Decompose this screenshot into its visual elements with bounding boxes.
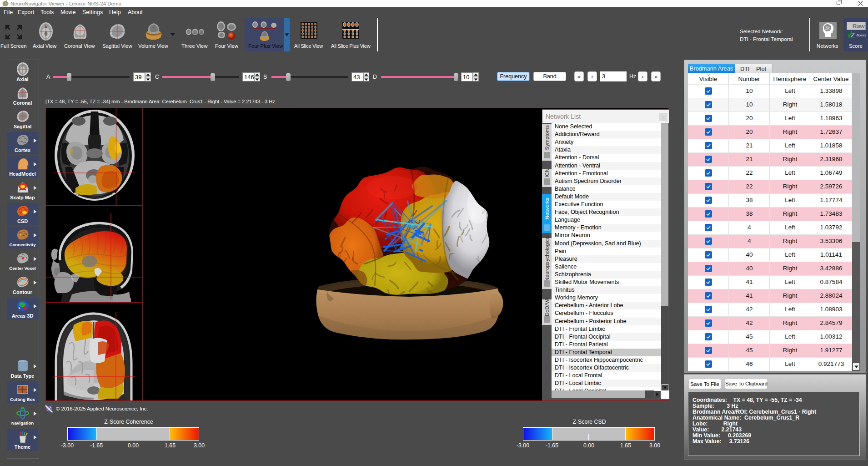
svg-text:Z: Z xyxy=(851,31,855,39)
svg-text:Sx: Sx xyxy=(825,25,830,30)
svg-text:-Scores: -Scores xyxy=(856,34,866,37)
